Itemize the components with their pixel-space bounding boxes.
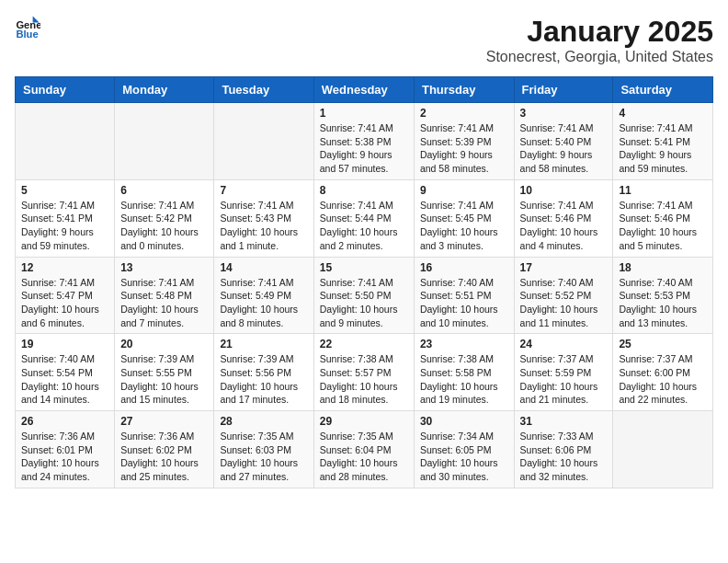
calendar-cell: 21Sunrise: 7:39 AM Sunset: 5:56 PM Dayli… — [214, 334, 313, 411]
day-info: Sunrise: 7:41 AM Sunset: 5:43 PM Dayligh… — [220, 199, 307, 253]
calendar-cell: 2Sunrise: 7:41 AM Sunset: 5:39 PM Daylig… — [414, 103, 514, 180]
calendar-table: SundayMondayTuesdayWednesdayThursdayFrid… — [15, 76, 713, 488]
day-info: Sunrise: 7:39 AM Sunset: 5:55 PM Dayligh… — [120, 352, 208, 407]
day-header-wednesday: Wednesday — [313, 77, 414, 103]
day-number: 27 — [120, 415, 208, 428]
day-info: Sunrise: 7:41 AM Sunset: 5:44 PM Dayligh… — [320, 199, 408, 253]
calendar-cell: 4Sunrise: 7:41 AM Sunset: 5:41 PM Daylig… — [613, 103, 713, 180]
day-info: Sunrise: 7:38 AM Sunset: 5:57 PM Dayligh… — [320, 352, 408, 407]
calendar-cell: 7Sunrise: 7:41 AM Sunset: 5:43 PM Daylig… — [214, 179, 313, 257]
calendar-cell: 9Sunrise: 7:41 AM Sunset: 5:45 PM Daylig… — [414, 179, 514, 257]
day-number: 20 — [120, 338, 208, 350]
day-info: Sunrise: 7:41 AM Sunset: 5:47 PM Dayligh… — [21, 276, 108, 330]
day-number: 24 — [520, 338, 608, 350]
day-info: Sunrise: 7:41 AM Sunset: 5:49 PM Dayligh… — [220, 276, 307, 330]
calendar-cell: 5Sunrise: 7:41 AM Sunset: 5:41 PM Daylig… — [16, 179, 115, 257]
day-number: 12 — [21, 261, 108, 274]
day-header-monday: Monday — [115, 77, 214, 103]
calendar-week-row: 5Sunrise: 7:41 AM Sunset: 5:41 PM Daylig… — [16, 179, 713, 257]
day-number: 10 — [520, 184, 608, 197]
day-info: Sunrise: 7:41 AM Sunset: 5:40 PM Dayligh… — [520, 121, 608, 176]
calendar-cell: 6Sunrise: 7:41 AM Sunset: 5:42 PM Daylig… — [115, 179, 214, 257]
day-info: Sunrise: 7:35 AM Sunset: 6:03 PM Dayligh… — [220, 430, 307, 484]
calendar-week-row: 19Sunrise: 7:40 AM Sunset: 5:54 PM Dayli… — [16, 334, 713, 411]
day-info: Sunrise: 7:36 AM Sunset: 6:01 PM Dayligh… — [21, 430, 108, 484]
day-number: 30 — [420, 415, 508, 428]
day-number: 3 — [520, 107, 608, 120]
day-info: Sunrise: 7:39 AM Sunset: 5:56 PM Dayligh… — [220, 352, 307, 407]
day-header-friday: Friday — [514, 77, 613, 103]
day-number: 23 — [420, 338, 508, 350]
calendar-cell: 27Sunrise: 7:36 AM Sunset: 6:02 PM Dayli… — [115, 411, 214, 488]
calendar-cell: 14Sunrise: 7:41 AM Sunset: 5:49 PM Dayli… — [214, 257, 313, 334]
day-number: 11 — [619, 184, 707, 197]
calendar-week-row: 26Sunrise: 7:36 AM Sunset: 6:01 PM Dayli… — [16, 411, 713, 488]
day-number: 6 — [120, 184, 208, 197]
calendar-cell: 18Sunrise: 7:40 AM Sunset: 5:53 PM Dayli… — [613, 257, 713, 334]
day-info: Sunrise: 7:40 AM Sunset: 5:51 PM Dayligh… — [420, 276, 508, 330]
day-number: 26 — [21, 415, 108, 428]
day-info: Sunrise: 7:41 AM Sunset: 5:42 PM Dayligh… — [120, 199, 208, 253]
day-number: 19 — [21, 338, 108, 350]
calendar-cell: 3Sunrise: 7:41 AM Sunset: 5:40 PM Daylig… — [514, 103, 613, 180]
calendar-cell: 16Sunrise: 7:40 AM Sunset: 5:51 PM Dayli… — [414, 257, 514, 334]
day-number: 29 — [320, 415, 408, 428]
day-header-sunday: Sunday — [16, 77, 115, 103]
day-number: 4 — [619, 107, 707, 120]
month-title: January 2025 — [486, 15, 713, 49]
calendar-cell — [214, 103, 313, 180]
day-info: Sunrise: 7:37 AM Sunset: 5:59 PM Dayligh… — [520, 352, 608, 407]
day-number: 21 — [220, 338, 307, 350]
day-info: Sunrise: 7:41 AM Sunset: 5:41 PM Dayligh… — [21, 199, 108, 253]
calendar-cell: 24Sunrise: 7:37 AM Sunset: 5:59 PM Dayli… — [514, 334, 613, 411]
day-number: 9 — [420, 184, 508, 197]
day-number: 17 — [520, 261, 608, 274]
calendar-week-row: 12Sunrise: 7:41 AM Sunset: 5:47 PM Dayli… — [16, 257, 713, 334]
day-info: Sunrise: 7:37 AM Sunset: 6:00 PM Dayligh… — [619, 352, 707, 407]
day-number: 18 — [619, 261, 707, 274]
calendar-cell — [613, 411, 713, 488]
calendar-cell: 17Sunrise: 7:40 AM Sunset: 5:52 PM Dayli… — [514, 257, 613, 334]
day-number: 13 — [120, 261, 208, 274]
day-info: Sunrise: 7:41 AM Sunset: 5:46 PM Dayligh… — [520, 199, 608, 253]
day-number: 14 — [220, 261, 307, 274]
day-header-thursday: Thursday — [414, 77, 514, 103]
day-number: 28 — [220, 415, 307, 428]
day-info: Sunrise: 7:41 AM Sunset: 5:50 PM Dayligh… — [320, 276, 408, 330]
day-header-saturday: Saturday — [613, 77, 713, 103]
svg-text:Blue: Blue — [16, 29, 38, 40]
calendar-cell: 28Sunrise: 7:35 AM Sunset: 6:03 PM Dayli… — [214, 411, 313, 488]
calendar-cell: 22Sunrise: 7:38 AM Sunset: 5:57 PM Dayli… — [313, 334, 414, 411]
day-info: Sunrise: 7:40 AM Sunset: 5:52 PM Dayligh… — [520, 276, 608, 330]
location-title: Stonecrest, Georgia, United States — [486, 49, 713, 65]
day-number: 8 — [320, 184, 408, 197]
day-info: Sunrise: 7:41 AM Sunset: 5:45 PM Dayligh… — [420, 199, 508, 253]
day-number: 22 — [320, 338, 408, 350]
day-info: Sunrise: 7:34 AM Sunset: 6:05 PM Dayligh… — [420, 430, 508, 484]
logo-icon: General Blue — [15, 15, 40, 40]
day-header-tuesday: Tuesday — [214, 77, 313, 103]
day-info: Sunrise: 7:41 AM Sunset: 5:46 PM Dayligh… — [619, 199, 707, 253]
day-number: 31 — [520, 415, 608, 428]
calendar-cell: 11Sunrise: 7:41 AM Sunset: 5:46 PM Dayli… — [613, 179, 713, 257]
day-info: Sunrise: 7:41 AM Sunset: 5:39 PM Dayligh… — [420, 121, 508, 176]
day-info: Sunrise: 7:38 AM Sunset: 5:58 PM Dayligh… — [420, 352, 508, 407]
day-info: Sunrise: 7:35 AM Sunset: 6:04 PM Dayligh… — [320, 430, 408, 484]
day-number: 15 — [320, 261, 408, 274]
day-number: 2 — [420, 107, 508, 120]
day-info: Sunrise: 7:41 AM Sunset: 5:41 PM Dayligh… — [619, 121, 707, 176]
calendar-cell: 10Sunrise: 7:41 AM Sunset: 5:46 PM Dayli… — [514, 179, 613, 257]
logo: General Blue — [15, 15, 40, 40]
calendar-cell: 31Sunrise: 7:33 AM Sunset: 6:06 PM Dayli… — [514, 411, 613, 488]
calendar-cell: 20Sunrise: 7:39 AM Sunset: 5:55 PM Dayli… — [115, 334, 214, 411]
calendar-header-row: SundayMondayTuesdayWednesdayThursdayFrid… — [16, 77, 713, 103]
calendar-cell: 1Sunrise: 7:41 AM Sunset: 5:38 PM Daylig… — [313, 103, 414, 180]
day-info: Sunrise: 7:40 AM Sunset: 5:53 PM Dayligh… — [619, 276, 707, 330]
day-number: 7 — [220, 184, 307, 197]
calendar-cell: 23Sunrise: 7:38 AM Sunset: 5:58 PM Dayli… — [414, 334, 514, 411]
day-info: Sunrise: 7:33 AM Sunset: 6:06 PM Dayligh… — [520, 430, 608, 484]
calendar-cell: 30Sunrise: 7:34 AM Sunset: 6:05 PM Dayli… — [414, 411, 514, 488]
day-info: Sunrise: 7:41 AM Sunset: 5:48 PM Dayligh… — [120, 276, 208, 330]
calendar-week-row: 1Sunrise: 7:41 AM Sunset: 5:38 PM Daylig… — [16, 103, 713, 180]
page-header: General Blue January 2025 Stonecrest, Ge… — [15, 15, 713, 65]
